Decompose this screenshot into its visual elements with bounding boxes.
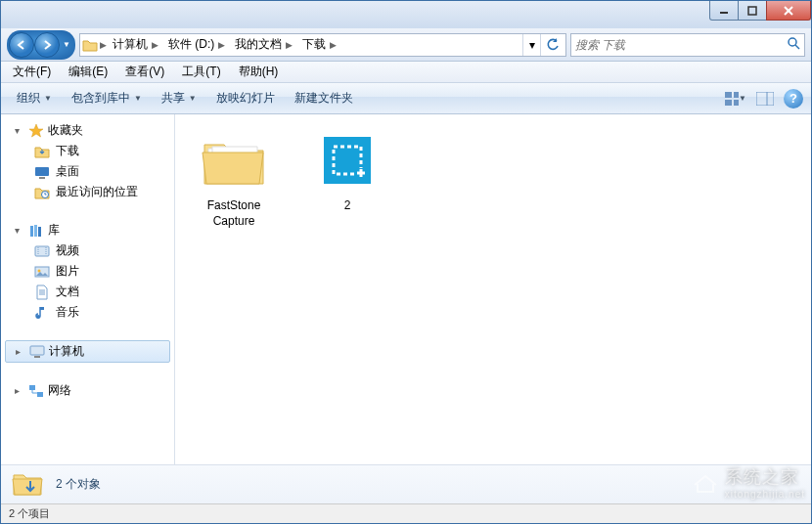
menu-view[interactable]: 查看(V)	[117, 62, 172, 82]
menu-edit[interactable]: 编辑(E)	[61, 62, 115, 82]
folder-icon	[82, 37, 98, 53]
desktop-icon	[34, 164, 50, 180]
library-icon	[28, 223, 44, 239]
address-dropdown[interactable]: ▾	[522, 34, 540, 56]
share-button[interactable]: 共享▼	[154, 87, 204, 109]
minimize-button[interactable]	[709, 1, 739, 21]
svg-rect-23	[34, 356, 40, 358]
nav-arrows: ▼	[7, 30, 75, 60]
computer-icon	[29, 344, 45, 360]
svg-rect-1	[748, 7, 756, 15]
sidebar-item-desktop[interactable]: 桌面	[1, 161, 174, 182]
sidebar-item-label: 库	[48, 222, 60, 239]
folder-icon	[11, 468, 44, 502]
sidebar-item-label: 音乐	[56, 304, 79, 321]
music-icon	[34, 305, 50, 321]
breadcrumb-segment[interactable]: 软件 (D:)▶	[164, 34, 231, 56]
history-dropdown[interactable]: ▼	[60, 32, 73, 58]
organize-button[interactable]: 组织▼	[9, 87, 60, 109]
sidebar-item-label: 桌面	[56, 163, 79, 180]
sidebar-item-pictures[interactable]: 图片	[1, 261, 174, 282]
sidebar-computer[interactable]: ▸ 计算机	[5, 340, 170, 363]
sidebar-favorites[interactable]: ▾ 收藏夹	[1, 120, 174, 141]
sidebar-item-documents[interactable]: 文档	[1, 282, 174, 302]
view-options-button[interactable]: ▼	[725, 89, 746, 109]
file-label: 2	[344, 198, 351, 214]
search-icon[interactable]	[787, 36, 800, 53]
svg-line-5	[795, 45, 799, 49]
details-pane: 2 个对象	[1, 464, 811, 503]
preview-pane-button[interactable]	[754, 89, 776, 109]
new-folder-button[interactable]: 新建文件夹	[287, 87, 361, 109]
breadcrumb-segment[interactable]: 我的文档▶	[231, 34, 298, 56]
picture-icon	[34, 264, 50, 280]
file-list[interactable]: FastStone Capture 2	[175, 114, 811, 464]
image-file-icon	[308, 126, 386, 195]
close-button[interactable]	[766, 1, 811, 21]
expand-icon[interactable]: ▸	[16, 346, 25, 357]
forward-button[interactable]	[34, 32, 60, 58]
sidebar-item-label: 下载	[56, 143, 79, 159]
file-item[interactable]: 2	[300, 126, 394, 214]
menu-tools[interactable]: 工具(T)	[174, 62, 228, 82]
menu-file[interactable]: 文件(F)	[5, 62, 59, 82]
include-in-library-button[interactable]: 包含到库中▼	[64, 87, 150, 109]
svg-rect-12	[35, 167, 49, 176]
sidebar-network[interactable]: ▸ 网络	[1, 380, 174, 401]
navigation-bar: ▼ ▶ 计算机▶ 软件 (D:)▶ 我的文档▶ 下载▶ ▾	[1, 28, 811, 62]
svg-rect-6	[725, 92, 732, 98]
expand-icon[interactable]: ▸	[15, 385, 24, 396]
status-bar: 2 个项目	[1, 503, 811, 523]
recent-icon	[34, 185, 50, 200]
star-icon	[28, 123, 44, 139]
sidebar-item-label: 最近访问的位置	[56, 184, 138, 200]
window-controls	[710, 1, 811, 21]
breadcrumb-segment[interactable]: 下载▶	[298, 34, 342, 56]
sidebar-item-videos[interactable]: 视频	[1, 240, 174, 261]
sidebar-libraries[interactable]: ▾ 库	[1, 220, 174, 240]
breadcrumb-segment[interactable]: 计算机▶	[109, 34, 164, 56]
explorer-body: ▾ 收藏夹 下载 桌面 最近访问的位置	[1, 114, 811, 464]
help-button[interactable]: ?	[784, 89, 803, 109]
sidebar-item-downloads[interactable]: 下载	[1, 141, 174, 161]
details-summary: 2 个对象	[56, 476, 101, 493]
command-bar: 组织▼ 包含到库中▼ 共享▼ 放映幻灯片 新建文件夹 ▼ ?	[1, 83, 811, 114]
sidebar-item-recent[interactable]: 最近访问的位置	[1, 182, 174, 202]
address-bar[interactable]: ▶ 计算机▶ 软件 (D:)▶ 我的文档▶ 下载▶ ▾	[79, 33, 566, 57]
sidebar-item-label: 收藏夹	[48, 122, 83, 139]
document-icon	[34, 284, 50, 300]
maximize-button[interactable]	[738, 1, 767, 21]
menu-bar: 文件(F) 编辑(E) 查看(V) 工具(T) 帮助(H)	[1, 62, 811, 83]
file-label: FastStone Capture	[187, 198, 281, 229]
folder-icon	[34, 144, 50, 159]
slideshow-button[interactable]: 放映幻灯片	[208, 87, 283, 109]
sidebar-item-label: 网络	[48, 382, 71, 399]
search-input[interactable]	[575, 38, 787, 52]
explorer-window: ▼ ▶ 计算机▶ 软件 (D:)▶ 我的文档▶ 下载▶ ▾ 文件(F) 编辑	[0, 0, 812, 524]
svg-rect-22	[30, 346, 44, 355]
svg-rect-10	[756, 92, 774, 106]
svg-rect-13	[39, 177, 45, 179]
sidebar-item-label: 图片	[56, 263, 79, 280]
menu-help[interactable]: 帮助(H)	[231, 62, 287, 82]
collapse-icon[interactable]: ▾	[15, 125, 24, 136]
svg-rect-17	[38, 227, 41, 237]
video-icon	[34, 243, 50, 259]
folder-icon	[195, 126, 273, 195]
svg-rect-24	[29, 385, 35, 390]
collapse-icon[interactable]: ▾	[15, 225, 24, 236]
svg-rect-18	[35, 246, 49, 256]
sidebar-item-music[interactable]: 音乐	[1, 302, 174, 323]
back-button[interactable]	[9, 32, 34, 58]
svg-point-21	[36, 315, 40, 319]
file-item[interactable]: FastStone Capture	[187, 126, 281, 229]
svg-point-20	[38, 269, 41, 272]
network-icon	[28, 383, 44, 399]
chevron-right-icon: ▶	[98, 40, 109, 50]
refresh-button[interactable]	[540, 34, 564, 56]
search-box[interactable]	[570, 33, 805, 57]
sidebar-item-label: 视频	[56, 242, 79, 259]
navigation-pane[interactable]: ▾ 收藏夹 下载 桌面 最近访问的位置	[1, 114, 175, 464]
status-text: 2 个项目	[9, 506, 50, 521]
titlebar	[1, 1, 811, 28]
